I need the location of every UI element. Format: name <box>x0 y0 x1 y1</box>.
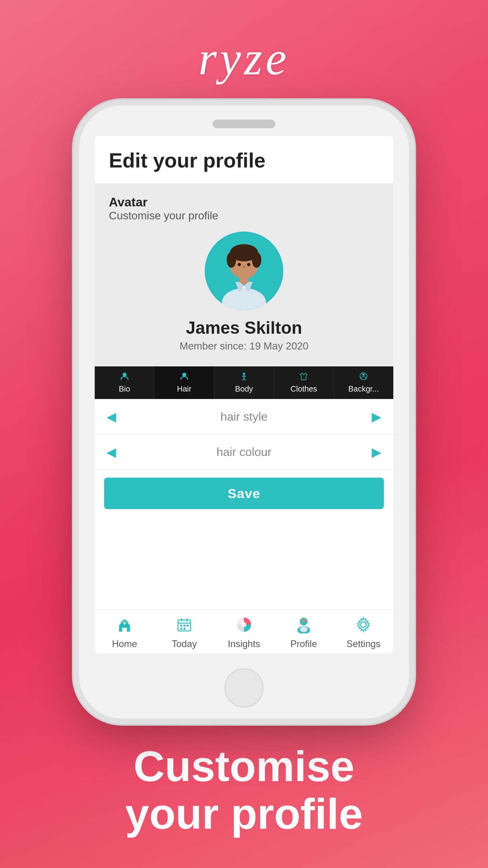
tab-body-label: Body <box>235 384 253 394</box>
nav-insights-label: Insights <box>228 638 261 649</box>
content-area: ◀ hair style ▶ ◀ hair colour ▶ Save Home <box>95 399 393 653</box>
svg-rect-27 <box>183 625 185 627</box>
body-icon <box>240 372 248 383</box>
bottom-nav: Home Today Insights <box>95 609 393 653</box>
hair-colour-prev[interactable]: ◀ <box>103 445 120 460</box>
svg-point-32 <box>242 622 246 627</box>
nav-home[interactable]: Home <box>95 616 154 649</box>
hair-style-prev[interactable]: ◀ <box>103 409 120 424</box>
bottom-tagline: Customise your profile <box>125 742 363 837</box>
phone-shell: Edit your profile Avatar Customise your … <box>79 105 409 719</box>
avatar-label: Avatar <box>109 195 379 210</box>
tab-hair[interactable]: Hair <box>154 366 214 399</box>
tagline-line2: your profile <box>125 790 363 837</box>
hair-colour-label: hair colour <box>120 445 368 459</box>
svg-line-18 <box>244 378 246 381</box>
tab-background[interactable]: Backgr... <box>334 366 393 399</box>
settings-icon <box>355 616 372 636</box>
member-since: Member since: 19 May 2020 <box>180 340 308 352</box>
nav-profile[interactable]: Profile <box>274 616 334 649</box>
svg-point-2 <box>227 252 236 268</box>
phone-speaker <box>213 120 275 128</box>
home-icon <box>116 616 133 636</box>
user-name: James Skilton <box>186 318 302 338</box>
svg-point-14 <box>243 373 245 375</box>
tab-clothes-label: Clothes <box>290 384 317 394</box>
svg-point-36 <box>300 627 308 632</box>
hair-colour-selector: ◀ hair colour ▶ <box>95 434 393 470</box>
hair-colour-next[interactable]: ▶ <box>368 445 385 460</box>
bio-icon <box>120 372 129 383</box>
tab-hair-label: Hair <box>177 384 191 394</box>
hair-style-selector: ◀ hair style ▶ <box>95 399 393 434</box>
tab-bar: Bio Hair Body Clothes <box>95 366 393 399</box>
svg-point-20 <box>362 373 365 376</box>
hair-style-label: hair style <box>120 410 368 423</box>
tab-clothes[interactable]: Clothes <box>274 366 334 399</box>
tab-body[interactable]: Body <box>214 366 274 399</box>
svg-point-6 <box>222 288 266 310</box>
nav-profile-label: Profile <box>290 638 317 649</box>
svg-point-35 <box>302 619 306 623</box>
insights-icon <box>235 616 253 636</box>
logo-area: ryze <box>198 31 290 86</box>
tagline-line1: Customise <box>125 742 363 790</box>
screen-header: Edit your profile <box>95 136 393 183</box>
nav-today-label: Today <box>172 638 197 649</box>
avatar[interactable] <box>205 232 283 310</box>
nav-today[interactable]: Today <box>154 616 214 649</box>
svg-rect-29 <box>180 628 182 630</box>
nav-insights[interactable]: Insights <box>214 616 274 649</box>
svg-point-3 <box>252 252 261 268</box>
app-logo: ryze <box>198 31 290 86</box>
svg-point-10 <box>238 263 241 266</box>
tab-bio-label: Bio <box>119 384 130 394</box>
clothes-icon <box>299 372 308 383</box>
svg-point-13 <box>182 373 186 377</box>
svg-rect-28 <box>187 625 189 627</box>
svg-point-9 <box>243 266 245 268</box>
svg-point-11 <box>247 263 250 266</box>
background-icon <box>359 372 368 383</box>
nav-settings-label: Settings <box>347 638 381 649</box>
nav-home-label: Home <box>112 638 137 649</box>
screen: Edit your profile Avatar Customise your … <box>95 136 393 653</box>
hair-icon <box>180 372 189 383</box>
avatar-section: Avatar Customise your profile <box>95 183 393 366</box>
hair-style-next[interactable]: ▶ <box>368 409 385 424</box>
today-icon <box>176 616 193 636</box>
svg-point-37 <box>361 622 366 627</box>
page-title: Edit your profile <box>109 149 379 172</box>
svg-rect-30 <box>183 628 185 630</box>
save-button[interactable]: Save <box>104 478 384 509</box>
avatar-svg <box>209 239 279 310</box>
profile-icon <box>295 616 312 636</box>
svg-point-12 <box>123 373 127 377</box>
avatar-header: Avatar Customise your profile <box>109 195 379 222</box>
home-button[interactable] <box>224 668 264 708</box>
svg-rect-26 <box>180 625 182 627</box>
tab-bio[interactable]: Bio <box>95 366 154 399</box>
avatar-sublabel: Customise your profile <box>109 210 379 222</box>
nav-settings[interactable]: Settings <box>334 616 393 649</box>
tab-background-label: Backgr... <box>349 384 379 394</box>
